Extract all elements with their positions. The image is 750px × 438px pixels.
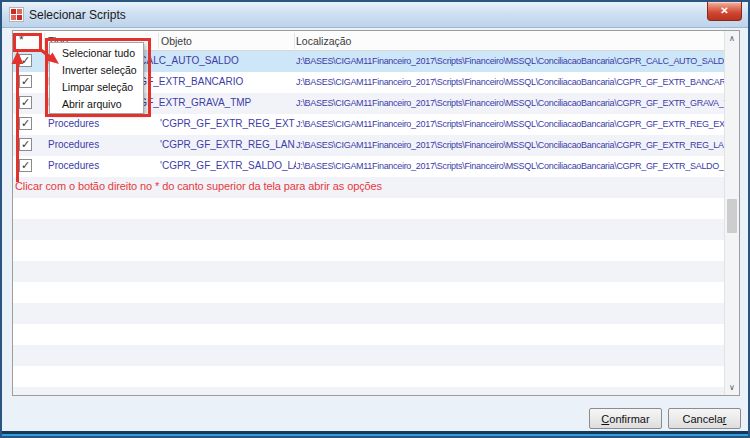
row-checkbox[interactable]: ✓ xyxy=(19,54,32,67)
instruction-note: Clicar com o botão direito no * do canto… xyxy=(15,180,382,192)
cell-objeto: 'CGPR_GF_EXTR_REG_EXT xyxy=(160,118,296,129)
close-icon: ✕ xyxy=(720,5,728,16)
cell-localizacao: J:\BASES\CIGAM11Financeiro_2017\Scripts\… xyxy=(296,161,724,171)
app-icon xyxy=(9,7,24,22)
cell-objeto: 'CGPR_GF_EXTR_REG_LAN xyxy=(160,139,296,150)
table-row-empty xyxy=(13,240,725,261)
table-row[interactable]: ✓Procedures'CGPR_GF_EXTR_REG_EXTJ:\BASES… xyxy=(13,114,725,135)
cell-objeto: 'CGPR_GF_EXTR_SALDO_LAN xyxy=(160,160,296,171)
row-checkbox[interactable]: ✓ xyxy=(19,159,32,172)
row-checkbox[interactable]: ✓ xyxy=(19,138,32,151)
close-button[interactable]: ✕ xyxy=(707,2,742,21)
cancel-button[interactable]: Cancelar xyxy=(668,408,741,429)
scroll-up-button[interactable]: ∧ xyxy=(725,31,739,46)
cell-localizacao: J:\BASES\CIGAM11Financeiro_2017\Scripts\… xyxy=(296,56,724,66)
annotation-box-context-menu xyxy=(45,38,151,117)
column-header-objeto[interactable]: Objeto xyxy=(161,35,192,47)
window-title: Selecionar Scripts xyxy=(29,8,126,22)
table-row-empty xyxy=(13,303,725,324)
table-row-empty xyxy=(13,324,725,345)
cell-localizacao: J:\BASES\CIGAM11Financeiro_2017\Scripts\… xyxy=(296,119,724,129)
table-row-empty xyxy=(13,261,725,282)
table-row-empty xyxy=(13,366,725,387)
column-divider xyxy=(294,33,295,49)
confirm-button[interactable]: Confirmar xyxy=(589,408,662,429)
table-row-empty xyxy=(13,198,725,219)
cell-tipo: Procedures xyxy=(48,118,158,129)
row-checkbox[interactable]: ✓ xyxy=(19,117,32,130)
table-row-empty xyxy=(13,387,725,396)
table-row-empty xyxy=(13,282,725,303)
cell-localizacao: J:\BASES\CIGAM11Financeiro_2017\Scripts\… xyxy=(296,77,724,87)
annotation-box-select-all-header xyxy=(13,33,42,52)
scrollbar-thumb[interactable] xyxy=(727,199,737,233)
vertical-scrollbar[interactable]: ∧ ∨ xyxy=(724,31,739,395)
chevron-down-icon: ∨ xyxy=(729,383,735,392)
table-row-empty xyxy=(13,219,725,240)
cell-tipo: Procedures xyxy=(48,160,158,171)
window-bottom-glow xyxy=(2,434,748,436)
chevron-up-icon: ∧ xyxy=(729,34,735,43)
cell-localizacao: J:\BASES\CIGAM11Financeiro_2017\Scripts\… xyxy=(296,140,724,150)
cell-localizacao: J:\BASES\CIGAM11Financeiro_2017\Scripts\… xyxy=(296,98,724,108)
cell-tipo: Procedures xyxy=(48,139,158,150)
table-row[interactable]: ✓Procedures'CGPR_GF_EXTR_SALDO_LANJ:\BAS… xyxy=(13,156,725,177)
scroll-down-button[interactable]: ∨ xyxy=(725,380,739,395)
table-row[interactable]: ✓Procedures'CGPR_GF_EXTR_REG_LANJ:\BASES… xyxy=(13,135,725,156)
row-checkbox[interactable]: ✓ xyxy=(19,75,32,88)
table-row-empty xyxy=(13,345,725,366)
row-checkbox[interactable]: ✓ xyxy=(19,96,32,109)
titlebar[interactable]: Selecionar Scripts ✕ xyxy=(2,2,748,28)
column-divider xyxy=(158,33,159,49)
dialog-selecionar-scripts: Selecionar Scripts ✕ * Tipo Objeto Local… xyxy=(0,0,750,438)
column-header-localizacao[interactable]: Localização xyxy=(296,35,351,47)
